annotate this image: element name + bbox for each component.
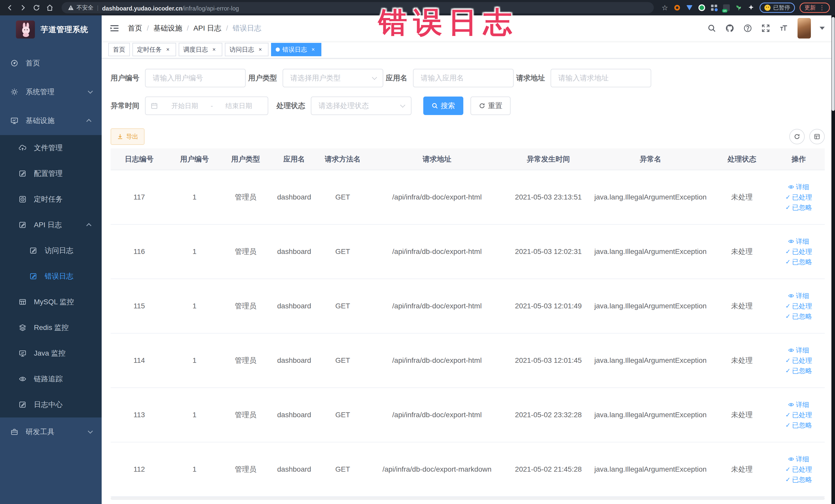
vertical-scrollbar-track[interactable] xyxy=(831,15,835,504)
screen: 不安全 | dashboard.yudao.iocoder.cn/infra/l… xyxy=(0,0,835,504)
ignored-link[interactable]: ✓已忽略 xyxy=(785,204,812,211)
browser-home-icon[interactable] xyxy=(45,3,55,12)
tab-job-log[interactable]: 调度日志× xyxy=(179,43,222,56)
browser-back-icon[interactable] xyxy=(5,3,14,12)
security-warning[interactable]: 不安全 xyxy=(68,4,94,12)
reset-button[interactable]: 重置 xyxy=(470,97,511,115)
column-settings-button[interactable] xyxy=(809,129,825,144)
sidebar-item-mysql-monitor[interactable]: MySQL 监控 xyxy=(0,289,102,315)
horizontal-scrollbar[interactable] xyxy=(110,497,825,500)
tab-error-log[interactable]: 错误日志× xyxy=(271,43,321,56)
table-cell: 113 xyxy=(110,388,168,442)
tab-home[interactable]: 首页 xyxy=(108,43,130,56)
processed-link[interactable]: ✓已处理 xyxy=(785,466,812,473)
sidebar-item-log-center[interactable]: 日志中心 xyxy=(0,392,102,418)
processed-link[interactable]: ✓已处理 xyxy=(785,194,812,201)
table-cell: GET xyxy=(319,442,367,497)
user-id-input[interactable]: 请输入用户编号 xyxy=(145,69,246,87)
processed-link[interactable]: ✓已处理 xyxy=(785,303,812,309)
sidebar-item-file-mgmt[interactable]: 文件管理 xyxy=(0,135,102,161)
sidebar-item-config-mgmt[interactable]: 配置管理 xyxy=(0,161,102,186)
processed-link[interactable]: ✓已处理 xyxy=(785,411,812,418)
sidebar-item-api-log[interactable]: API 日志 xyxy=(0,212,102,238)
sidebar-item-redis-monitor[interactable]: Redis 监控 xyxy=(0,315,102,340)
sidebar-item-label: 定时任务 xyxy=(34,194,94,204)
table-header-row: 日志编号用户编号用户类型应用名请求方法名请求地址异常发生时间异常名处理状态操作 xyxy=(110,148,825,170)
fullscreen-icon[interactable] xyxy=(758,21,773,36)
extension-icon[interactable] xyxy=(673,4,681,12)
detail-link[interactable]: 详细 xyxy=(788,184,809,190)
hamburger-icon[interactable] xyxy=(109,23,120,33)
extensions-puzzle-icon[interactable] xyxy=(747,4,755,12)
table-cell: dashboard xyxy=(270,279,318,333)
browser-forward-icon[interactable] xyxy=(19,3,28,12)
actions-cell: 详细✓已处理✓已忽略 xyxy=(773,333,825,388)
address-bar[interactable]: 不安全 | dashboard.yudao.iocoder.cn/infra/l… xyxy=(62,2,654,13)
sidebar-item-label: Java 监控 xyxy=(34,348,94,358)
tab-close-icon[interactable]: × xyxy=(257,46,264,53)
extension-icon[interactable] xyxy=(710,4,718,12)
vertical-scrollbar-thumb[interactable] xyxy=(832,17,835,111)
profile-paused-pill[interactable]: 已暂停 xyxy=(759,3,795,13)
sidebar-item-label: Redis 监控 xyxy=(34,323,94,332)
process-status-select[interactable]: 请选择处理状态 xyxy=(311,97,411,115)
sidebar-item-java-monitor[interactable]: Java 监控 xyxy=(0,340,102,366)
extension-icon[interactable]: on xyxy=(722,4,730,12)
sidebar-item-system-mgmt[interactable]: 系统管理 xyxy=(0,78,102,106)
breadcrumb-item[interactable]: 基础设施 xyxy=(154,23,182,33)
tab-close-icon[interactable]: × xyxy=(164,46,171,53)
browser-update-button[interactable]: 更新⋮ xyxy=(799,3,830,13)
tab-access-log[interactable]: 访问日志× xyxy=(225,43,268,56)
upload-icon xyxy=(19,144,27,152)
browser-menu-icon[interactable]: ⋮ xyxy=(819,5,825,10)
detail-link[interactable]: 详细 xyxy=(788,347,809,354)
browser-reload-icon[interactable] xyxy=(32,3,41,12)
sidebar-item-home[interactable]: 首页 xyxy=(0,49,102,78)
ignored-link[interactable]: ✓已忽略 xyxy=(785,476,812,483)
detail-link[interactable]: 详细 xyxy=(788,293,809,299)
user-type-select[interactable]: 请选择用户类型 xyxy=(283,69,383,87)
detail-link[interactable]: 详细 xyxy=(788,401,809,408)
detail-link[interactable]: 详细 xyxy=(788,238,809,245)
request-url-input[interactable]: 请输入请求地址 xyxy=(551,69,651,87)
github-icon[interactable] xyxy=(722,21,737,36)
end-date-placeholder[interactable]: 结束日期 xyxy=(215,101,263,110)
processed-link[interactable]: ✓已处理 xyxy=(785,248,812,255)
ignored-link[interactable]: ✓已忽略 xyxy=(785,422,812,428)
ignored-link[interactable]: ✓已忽略 xyxy=(785,367,812,374)
sidebar-item-cron-job[interactable]: 定时任务 xyxy=(0,186,102,212)
tab-close-icon[interactable]: × xyxy=(210,46,218,53)
ignored-link[interactable]: ✓已忽略 xyxy=(785,313,812,320)
detail-link[interactable]: 详细 xyxy=(788,456,809,462)
search-icon[interactable] xyxy=(705,21,719,36)
tab-cron-job[interactable]: 定时任务× xyxy=(133,43,176,56)
tab-close-icon[interactable]: × xyxy=(309,46,317,53)
refresh-button[interactable] xyxy=(789,129,805,144)
table-cell: 114 xyxy=(110,333,168,388)
extension-icon[interactable] xyxy=(698,4,706,12)
sidebar-item-infrastructure[interactable]: 基础设施 xyxy=(0,106,102,135)
extension-icon[interactable] xyxy=(686,4,693,12)
avatar-caret-icon[interactable] xyxy=(820,27,825,30)
help-icon[interactable] xyxy=(740,21,755,36)
breadcrumb-item[interactable]: API 日志 xyxy=(194,23,222,33)
start-date-placeholder[interactable]: 开始日期 xyxy=(161,101,209,110)
ignored-link[interactable]: ✓已忽略 xyxy=(785,259,812,265)
sidebar-item-dev-tools[interactable]: 研发工具 xyxy=(0,418,102,446)
search-button[interactable]: 搜索 xyxy=(423,97,463,115)
sidebar-item-label: 访问日志 xyxy=(45,246,94,256)
exception-time-range-picker[interactable]: 开始日期 - 结束日期 xyxy=(145,97,268,115)
app-logo[interactable]: 芋道管理系统 xyxy=(0,15,102,44)
breadcrumb-item[interactable]: 首页 xyxy=(128,23,142,33)
bookmark-star-icon[interactable]: ☆ xyxy=(661,4,669,12)
sidebar-item-error-log[interactable]: 错误日志 xyxy=(0,263,102,289)
app-name-input[interactable]: 请输入应用名 xyxy=(413,69,514,87)
column-header: 请求方法名 xyxy=(319,148,367,170)
export-button[interactable]: 导出 xyxy=(110,128,144,145)
font-size-icon[interactable] xyxy=(776,21,791,36)
processed-link[interactable]: ✓已处理 xyxy=(785,357,812,364)
sidebar-item-trace[interactable]: 链路追踪 xyxy=(0,366,102,392)
user-avatar[interactable] xyxy=(797,18,811,39)
extension-icon[interactable] xyxy=(735,4,742,12)
sidebar-item-access-log[interactable]: 访问日志 xyxy=(0,238,102,263)
